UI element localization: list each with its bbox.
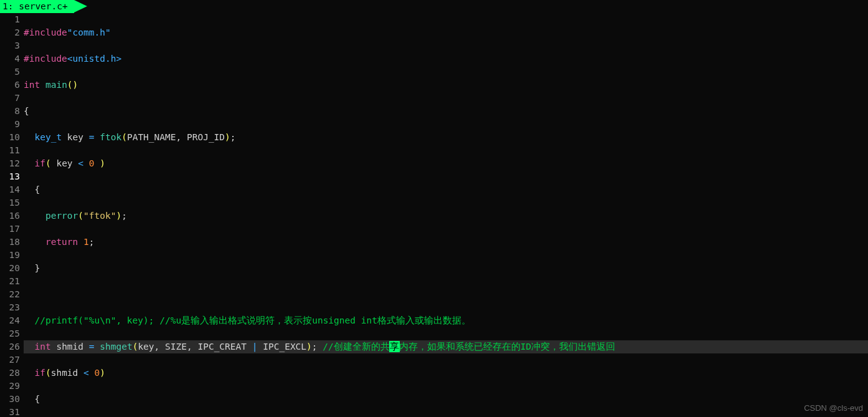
line-number: 21: [0, 275, 20, 288]
code-line-current: int shmid = shmget(key, SIZE, IPC_CREAT …: [24, 340, 868, 353]
tab-bar: 1: server.c+: [0, 0, 868, 13]
line-number: 29: [0, 380, 20, 393]
code-area[interactable]: #include"comm.h" #include<unistd.h> int …: [24, 13, 868, 417]
line-number: 25: [0, 327, 20, 340]
line-number: 2: [0, 26, 20, 39]
line-number: 3: [0, 39, 20, 52]
code-line: {: [24, 105, 868, 118]
editor[interactable]: 1234567891011121314151617181920212223242…: [0, 13, 868, 417]
gutter: 1234567891011121314151617181920212223242…: [0, 13, 24, 417]
line-number: 30: [0, 393, 20, 406]
line-number: 20: [0, 262, 20, 275]
code-line: int main(): [24, 79, 868, 92]
code-line: [24, 288, 868, 301]
line-number: 23: [0, 301, 20, 314]
code-line: {: [24, 183, 868, 196]
line-number: 7: [0, 92, 20, 105]
line-number: 15: [0, 196, 20, 209]
line-number: 24: [0, 314, 20, 327]
code-line: #include<unistd.h>: [24, 52, 868, 65]
code-line: key_t key = ftok(PATH_NAME, PROJ_ID);: [24, 131, 868, 144]
line-number: 11: [0, 144, 20, 157]
line-number: 18: [0, 236, 20, 249]
code-line: //printf("%u\n", key); //%u是输入输出格式说明符，表示…: [24, 314, 868, 327]
line-number: 19: [0, 249, 20, 262]
line-number: 27: [0, 353, 20, 367]
code-line: if( key < 0 ): [24, 157, 868, 170]
line-number: 16: [0, 209, 20, 223]
watermark: CSDN @cls-evd: [804, 401, 863, 415]
code-line: {: [24, 393, 868, 406]
line-number: 14: [0, 183, 20, 196]
line-number: 10: [0, 131, 20, 144]
line-number: 4: [0, 52, 20, 65]
line-number: 6: [0, 79, 20, 92]
line-number: 17: [0, 223, 20, 236]
line-number: 28: [0, 367, 20, 380]
code-line: if(shmid < 0): [24, 367, 868, 380]
line-number: 13: [0, 170, 20, 183]
tab-server-c[interactable]: 1: server.c+: [0, 0, 74, 13]
code-line: perror("ftok");: [24, 209, 868, 223]
code-line: return 1;: [24, 236, 868, 249]
code-line: #include"comm.h": [24, 26, 868, 39]
line-number: 22: [0, 288, 20, 301]
tab-label: 1: server.c+: [2, 0, 68, 13]
line-number: 26: [0, 340, 20, 353]
line-number: 8: [0, 105, 20, 118]
code-line: }: [24, 262, 868, 275]
line-number: 31: [0, 406, 20, 417]
line-number: 9: [0, 118, 20, 131]
line-number: 12: [0, 157, 20, 170]
line-number: 5: [0, 65, 20, 79]
cursor: 享: [390, 342, 399, 352]
line-number: 1: [0, 13, 20, 26]
